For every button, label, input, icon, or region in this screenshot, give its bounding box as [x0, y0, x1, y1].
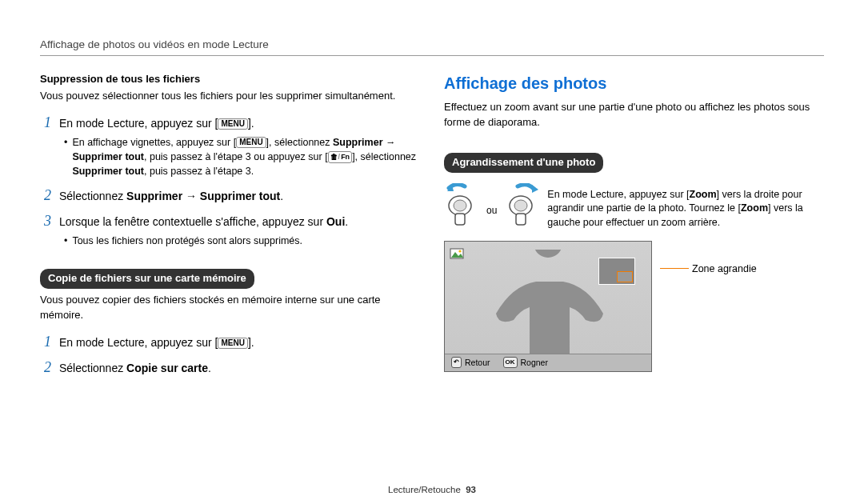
t: Zoom — [741, 202, 768, 214]
footer-section: Lecture/Retouche — [388, 485, 461, 494]
svg-rect-3 — [455, 214, 465, 225]
svg-point-6 — [514, 200, 527, 211]
zoom-callout: Zone agrandie — [660, 262, 757, 276]
section-title: Affichage des photos — [444, 72, 824, 95]
zoom-dial-right-icon — [503, 183, 539, 231]
content-columns: Suppression de tous les fichiers Vous po… — [40, 72, 824, 378]
preview-body — [445, 242, 651, 354]
step-number: 2 — [40, 357, 51, 378]
back-icon: ↶ — [451, 357, 462, 368]
t: Zoom — [690, 189, 717, 200]
menu-button-icon: MENU — [218, 118, 247, 130]
copy-badge: Copie de fichiers sur une carte mémoire — [40, 269, 254, 289]
menu-button-icon: MENU — [236, 137, 266, 148]
page-footer: Lecture/Retouche 93 — [0, 485, 864, 494]
step-3a: 3 Lorsque la fenêtre contextuelle s'affi… — [40, 210, 420, 231]
retour-label: Retour — [465, 357, 490, 369]
ok-icon: OK — [503, 357, 518, 368]
menu-button-icon: MENU — [218, 338, 247, 349]
step-2b: 2 Sélectionnez Copie sur carte. — [40, 357, 420, 378]
child-silhouette-icon — [480, 250, 616, 354]
step-number: 2 — [40, 185, 51, 206]
step-1a-sub: • En affichage vignettes, appuyez sur [M… — [64, 135, 420, 178]
page-header: Affichage de photos ou vidéos en mode Le… — [40, 38, 824, 50]
step-2a: 2 Sélectionnez Supprimer → Supprimer tou… — [40, 185, 420, 206]
t: Supprimer tout — [72, 166, 144, 177]
t: → — [182, 190, 200, 202]
step-1a: 1 En mode Lecture, appuyez sur [MENU]. — [40, 112, 420, 133]
callout-line — [660, 268, 689, 269]
zoom-description: En mode Lecture, appuyez sur [Zoom] vers… — [547, 183, 824, 230]
t: En mode Lecture, appuyez sur [ — [547, 189, 689, 200]
t: → — [383, 137, 396, 148]
retour-button[interactable]: ↶ Retour — [445, 354, 497, 371]
header-rule — [40, 55, 824, 56]
zoom-dial-left-icon — [444, 183, 480, 231]
suppression-intro: Vous pouvez sélectionner tous les fichie… — [40, 89, 420, 104]
svg-point-10 — [458, 250, 461, 252]
left-column: Suppression de tous les fichiers Vous po… — [40, 72, 420, 378]
page-number: 93 — [466, 485, 476, 494]
t: ], sélectionnez — [352, 151, 416, 162]
t: Sélectionnez — [59, 190, 126, 202]
svg-rect-7 — [516, 214, 526, 225]
trash-fn-icon: 🗑/Fn — [328, 151, 353, 163]
zoom-row: ou En mode Lecture, appuyez sur [Zoom] v… — [444, 183, 824, 231]
t: Oui — [326, 215, 345, 228]
t: En mode Lecture, appuyez sur [ — [59, 336, 218, 349]
bullet-dot: • — [64, 234, 67, 248]
copy-intro: Vous pouvez copier des fichiers stockés … — [40, 293, 420, 323]
preview-wrap: ↶ Retour OK Rogner Zone agrandie — [444, 241, 824, 372]
step-number: 3 — [40, 210, 51, 231]
bullet-dot: • — [64, 135, 67, 178]
t: En affichage vignettes, appuyez sur [ — [72, 137, 236, 148]
t: Supprimer — [126, 190, 182, 202]
t: Sélectionnez — [59, 362, 126, 374]
t: Supprimer tout — [200, 190, 280, 202]
t: Supprimer tout — [72, 151, 144, 162]
step-number: 1 — [40, 331, 51, 352]
t: , puis passez à l'étape 3 ou appuyez sur… — [144, 151, 328, 162]
t: , puis passez à l'étape 3. — [144, 166, 254, 177]
ou-label: ou — [486, 196, 497, 218]
step-number: 1 — [40, 112, 51, 133]
t: Lorsque la fenêtre contextuelle s'affich… — [59, 215, 326, 228]
t: Tous les fichiers non protégés sont alor… — [72, 234, 302, 248]
photo-thumb-icon — [450, 246, 464, 261]
zoom-minimap-highlight — [617, 271, 633, 282]
t: Copie sur carte — [126, 362, 208, 374]
zoom-badge: Agrandissement d'une photo — [444, 153, 603, 173]
t: ]. — [248, 336, 254, 349]
step-1a-text-post: ]. — [248, 117, 254, 130]
preview-bottom-bar: ↶ Retour OK Rogner — [445, 354, 651, 371]
t: . — [208, 362, 211, 374]
svg-marker-4 — [532, 185, 538, 193]
photo-preview: ↶ Retour OK Rogner — [444, 241, 652, 372]
section-intro: Effectuez un zoom avant sur une partie d… — [444, 100, 824, 130]
right-column: Affichage des photos Effectuez un zoom a… — [444, 72, 824, 378]
t: . — [280, 190, 283, 202]
step-1b: 1 En mode Lecture, appuyez sur [MENU]. — [40, 331, 420, 352]
t: Supprimer — [333, 137, 383, 148]
callout-label: Zone agrandie — [692, 262, 757, 276]
dial-group: ou — [444, 183, 539, 231]
step-1a-text-pre: En mode Lecture, appuyez sur [ — [59, 117, 218, 130]
suppression-heading: Suppression de tous les fichiers — [40, 72, 420, 87]
step-3a-sub: • Tous les fichiers non protégés sont al… — [64, 234, 420, 248]
t: ], sélectionnez — [266, 137, 333, 148]
rogner-button[interactable]: OK Rogner — [497, 354, 554, 371]
rogner-label: Rogner — [521, 357, 548, 369]
t: . — [345, 215, 348, 228]
svg-point-2 — [454, 200, 466, 211]
